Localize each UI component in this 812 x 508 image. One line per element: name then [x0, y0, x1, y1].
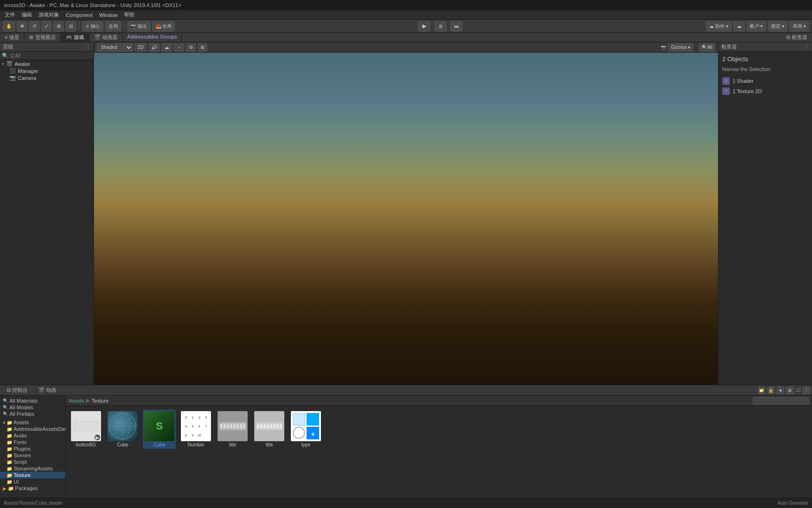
- tree-addressable[interactable]: 📁 AddressableAssetsData: [0, 426, 65, 432]
- thumb-cube-texture: [108, 411, 138, 441]
- zoom-btn[interactable]: ⊞: [786, 387, 794, 394]
- menu-edit[interactable]: 编辑: [19, 10, 35, 19]
- tab-addressables[interactable]: Addressables Groups: [123, 33, 182, 42]
- tree-all-models[interactable]: 🔍 All Models: [0, 404, 65, 411]
- tool-move[interactable]: ✥: [17, 21, 27, 32]
- menu-gameobject[interactable]: 游戏对象: [36, 10, 62, 19]
- account-dropdown[interactable]: 帐户 ▾: [747, 21, 766, 32]
- menu-help[interactable]: 帮助: [121, 10, 137, 19]
- menu-window[interactable]: Window: [96, 11, 120, 19]
- asset-type[interactable]: + type: [289, 410, 322, 449]
- snap-btn[interactable]: 📷 输出: [127, 21, 150, 32]
- hierarchy-item-awake[interactable]: ▾ 🎬 Awake ⋮: [0, 60, 94, 67]
- tab-inspector[interactable]: ⊟ 检查器: [781, 33, 812, 42]
- create-folder-btn[interactable]: 📁: [758, 387, 765, 394]
- asset-cube-texture[interactable]: Cube: [106, 410, 139, 449]
- asset-title1[interactable]: title: [216, 410, 249, 449]
- hierarchy-item-camera[interactable]: 📷 Camera: [0, 74, 94, 81]
- layers-dropdown[interactable]: 图层 ▾: [768, 21, 788, 32]
- snap-btn2[interactable]: 📤 全局: [152, 21, 175, 32]
- asset-search-input[interactable]: [753, 397, 809, 405]
- thumb-icon-btn: ▶: [94, 435, 100, 440]
- search-scene-icon: 🔍: [702, 45, 707, 50]
- tree-packages[interactable]: ▶ 📁 Packages: [0, 485, 65, 492]
- scene-canvas[interactable]: [94, 53, 718, 385]
- inspector-menu-icon[interactable]: ⋮: [804, 44, 809, 50]
- layout-dropdown[interactable]: 布局 ▾: [789, 21, 809, 32]
- star-btn[interactable]: ★: [777, 387, 784, 394]
- bottom-tabs: ⊟ 控制台 🎬 动画 📁 🔒 ★ ⊞ 10 ⋮: [0, 385, 812, 396]
- asset-cube-shader[interactable]: S Cube: [143, 410, 176, 449]
- narrow-label: Narrow the Selection:: [722, 66, 808, 72]
- tool-scale[interactable]: ⤢: [41, 21, 52, 32]
- tree-assets[interactable]: ▾ 📁 Assets: [0, 419, 65, 426]
- tool-rect[interactable]: ⊞: [54, 21, 64, 32]
- grid-btn[interactable]: ⊞: [198, 43, 207, 52]
- tree-fonts[interactable]: 📁 Fonts: [0, 439, 65, 445]
- cloud-btn[interactable]: ☁: [734, 21, 745, 32]
- collab-dropdown[interactable]: ☁ 协作 ▾: [706, 21, 732, 32]
- tab-console[interactable]: ⊟ 控制台: [2, 386, 32, 395]
- global-btn[interactable]: 全局: [105, 21, 121, 32]
- tree-ui[interactable]: 📁 UI: [0, 478, 65, 485]
- tool-hand[interactable]: ✋: [3, 21, 15, 32]
- tab-game[interactable]: 🎮 游戏: [61, 33, 89, 42]
- lock-btn[interactable]: 🔒: [767, 387, 775, 394]
- tab-animation[interactable]: 🎬 动画器: [89, 33, 123, 42]
- hierarchy-panel: 层级 ⋮ 🔍 Q All ▾ 🎬 Awake ⋮ ⬛ Manager 📷 Cam…: [0, 42, 94, 385]
- sound-btn[interactable]: 🔊: [148, 43, 160, 52]
- n2: 2: [196, 416, 203, 419]
- tree-plugins[interactable]: 📁 Plugins: [0, 445, 65, 452]
- title-bar: xcross3D - Awake - PC, Mac & Linux Stand…: [0, 0, 812, 10]
- t1-bar3: [227, 424, 229, 428]
- 2d-btn[interactable]: 2D: [135, 43, 147, 52]
- tree-scenes[interactable]: 📁 Scenes: [0, 452, 65, 459]
- tool-rotate[interactable]: ↺: [29, 21, 39, 32]
- tab-view1[interactable]: ⊞ 宽视图店: [24, 33, 61, 42]
- tree-script[interactable]: 📁 Script: [0, 459, 65, 465]
- breadcrumb-root[interactable]: Assets: [69, 398, 84, 404]
- step-button[interactable]: ⏭: [450, 21, 462, 32]
- search-scene-btn[interactable]: 🔍 All: [699, 43, 715, 52]
- asset-title2[interactable]: title: [253, 410, 286, 449]
- pause-button[interactable]: ⏸: [434, 21, 446, 32]
- tool-transform[interactable]: ⊟: [66, 21, 76, 32]
- file-tree: 🔍 All Materials 🔍 All Models 🔍 All Prefa…: [0, 396, 66, 498]
- gizmos-dropdown[interactable]: Gizmos ▾: [668, 43, 693, 52]
- tree-all-prefabs[interactable]: 🔍 All Prefabs: [0, 411, 65, 417]
- tab-anim[interactable]: 🎬 动画: [33, 386, 61, 395]
- asset-grid: ▶ buttonBG Cube: [66, 406, 812, 498]
- all-models-label: All Models: [9, 405, 33, 410]
- menu-component[interactable]: Component: [63, 11, 95, 19]
- t2-bar1: [257, 424, 259, 428]
- fx-btn[interactable]: ☁: [162, 43, 172, 52]
- inspector-shader-item[interactable]: S 1 Shader: [722, 76, 808, 86]
- tree-streaming[interactable]: 📁 StreamingAssets: [0, 465, 65, 472]
- inspector-texture-item[interactable]: T 1 Texture 2D: [722, 86, 808, 96]
- scenes-label: Scenes: [14, 452, 31, 458]
- settings-btn[interactable]: ⚙: [186, 43, 196, 52]
- shading-mode-select[interactable]: Shaded Wireframe: [97, 43, 133, 52]
- t1-bar1: [220, 424, 222, 428]
- hierarchy-options[interactable]: ⋮: [87, 61, 92, 66]
- t2-bar7: [277, 424, 279, 428]
- script-label: Script: [14, 459, 27, 465]
- tab-hierarchy[interactable]: ≡ 场景: [0, 33, 24, 42]
- asset-number[interactable]: 0 1 2 3 4 5 6 7 8 9 10 Number: [180, 410, 212, 449]
- folder-icon-packages: ▶ 📁: [3, 486, 14, 491]
- hierarchy-header: 层级 ⋮: [0, 42, 94, 52]
- hierarchy-menu-icon[interactable]: ⋮: [86, 44, 91, 50]
- menu-file[interactable]: 文件: [2, 10, 18, 19]
- lighting-btn[interactable]: →: [174, 43, 184, 52]
- asset-buttonbg[interactable]: ▶ buttonBG: [70, 410, 102, 449]
- n4: 4: [183, 425, 189, 428]
- inspector-header: 检查器 ⋮: [718, 42, 812, 52]
- pivot-btn[interactable]: ⊙ 轴心: [82, 21, 103, 32]
- tree-texture[interactable]: 📁 Texture: [0, 472, 65, 478]
- search-icon: 🔍: [2, 53, 8, 59]
- play-button[interactable]: ▶: [418, 21, 430, 32]
- menu-btn[interactable]: ⋮: [803, 387, 810, 394]
- tree-all-materials[interactable]: 🔍 All Materials: [0, 397, 65, 404]
- hierarchy-item-manager[interactable]: ⬛ Manager: [0, 67, 94, 74]
- tree-audio[interactable]: 📁 Audio: [0, 432, 65, 439]
